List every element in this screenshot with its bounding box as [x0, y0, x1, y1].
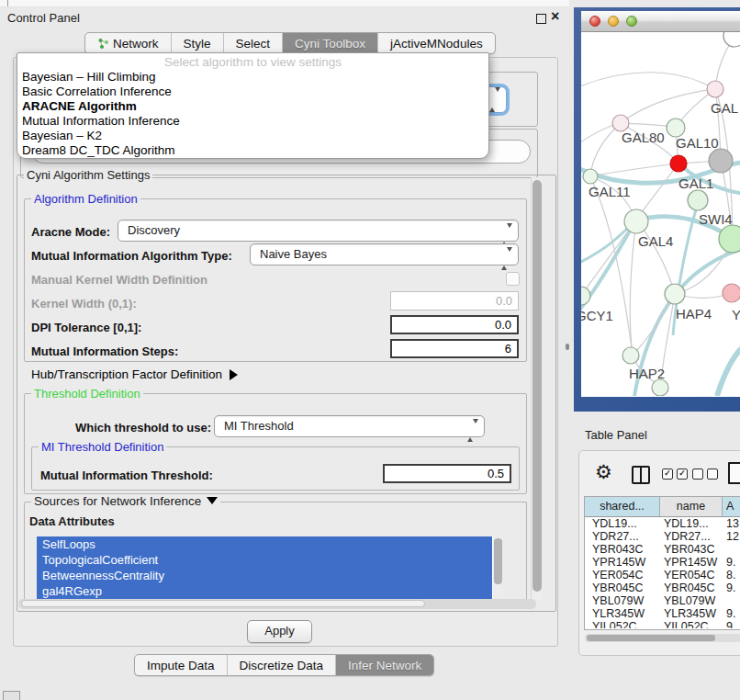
close-traffic-light-icon[interactable]	[589, 16, 600, 27]
data-attributes-label: Data Attributes	[29, 514, 115, 528]
network-node[interactable]	[583, 169, 598, 184]
table-cell: YBR043C	[585, 543, 660, 556]
apply-button[interactable]: Apply	[247, 620, 312, 643]
tab-select[interactable]: Select	[224, 33, 284, 53]
mi-threshold-label: Mutual Information Threshold:	[40, 469, 213, 482]
network-node[interactable]	[707, 81, 723, 97]
tab-infer-network[interactable]: Infer Network	[336, 655, 433, 675]
table-cell: 9.	[723, 556, 740, 569]
node-table: shared...nameA YDL19...YDL19...13YDR27..…	[584, 496, 740, 630]
tab-jactivemnodules[interactable]: jActiveMNodules	[378, 33, 495, 53]
network-node[interactable]	[709, 149, 733, 173]
network-edge[interactable]	[590, 164, 678, 176]
popup-item[interactable]: Bayesian – K2	[17, 129, 488, 143]
export-table-icon[interactable]	[728, 462, 740, 484]
tab-discretize-data[interactable]: Discretize Data	[228, 655, 337, 675]
network-window-titlebar[interactable]	[581, 11, 740, 32]
manual-kernel-checkbox[interactable]	[506, 272, 520, 286]
attribute-list-item[interactable]: BetweennessCentrality	[37, 568, 492, 583]
settings-vertical-scrollbar[interactable]	[531, 177, 543, 600]
table-horizontal-scrollbar[interactable]	[585, 634, 740, 642]
panel-divider-handle[interactable]	[566, 344, 569, 350]
network-canvas[interactable]: GALGAL80GAL10GAL1GAL11SWI4GAL4GCY1HAP4YH…	[581, 32, 740, 396]
hide-columns-icon[interactable]	[692, 469, 718, 480]
popup-item[interactable]: Bayesian – Hill Climbing	[17, 70, 488, 85]
table-cell: YBR045C	[585, 581, 660, 594]
table-cell: 9	[723, 620, 740, 628]
columns-icon[interactable]	[632, 466, 650, 484]
node-label: HAP2	[629, 366, 665, 381]
close-icon[interactable]: ×	[551, 8, 559, 25]
expand-arrow-icon	[230, 369, 238, 380]
zoom-traffic-light-icon[interactable]	[626, 16, 637, 27]
hub-definition-toggle[interactable]: Hub/Transcription Factor Definition	[31, 367, 238, 381]
network-node[interactable]	[688, 190, 708, 210]
gear-icon[interactable]: ⚙	[595, 462, 612, 482]
network-node[interactable]	[624, 209, 648, 233]
network-node[interactable]	[667, 119, 685, 137]
table-row[interactable]: YDR27...YDR27...12	[585, 530, 740, 543]
table-row[interactable]: YBR045CYBR045C9.	[585, 581, 740, 594]
table-cell: YLR345W	[585, 607, 660, 620]
attribute-list-item[interactable]: SelfLoops	[37, 536, 492, 552]
kernel-width-input[interactable]: 0.0	[390, 291, 519, 310]
column-header[interactable]: A	[723, 497, 740, 516]
table-row[interactable]: YER054CYER054C8.	[585, 569, 740, 581]
popup-item[interactable]: Basic Correlation Inference	[17, 85, 488, 99]
tab-impute-data[interactable]: Impute Data	[135, 655, 228, 675]
table-row[interactable]: YDL19...YDL19...13	[585, 517, 740, 530]
table-cell: YIL052C	[585, 620, 660, 628]
table-row[interactable]: YLR345WYLR345W9.	[585, 607, 740, 620]
which-threshold-label: Which threshold to use:	[75, 421, 211, 435]
network-edge[interactable]	[590, 123, 621, 176]
table-row[interactable]: YBL079WYBL079W	[585, 594, 740, 607]
popup-item[interactable]: ARACNE Algorithm	[17, 99, 488, 114]
popup-item[interactable]: Mutual Information Inference	[17, 114, 488, 129]
attribute-list-item[interactable]: TopologicalCoefficient	[37, 552, 492, 568]
table-cell: 12	[723, 530, 740, 543]
table-cell: 13	[723, 517, 740, 530]
table-cell: YER054C	[660, 569, 723, 581]
minimize-traffic-light-icon[interactable]	[608, 16, 619, 27]
mi-steps-input[interactable]: 6	[390, 339, 519, 358]
node-label: GAL10	[676, 135, 719, 151]
table-row[interactable]: YPR145WYPR145W9.	[585, 556, 740, 569]
show-columns-icon[interactable]: ✓✓	[662, 469, 688, 480]
table-cell: YBL079W	[585, 594, 660, 607]
table-row[interactable]: YBR043CYBR043C	[585, 543, 740, 556]
which-threshold-combo[interactable]: MI Threshold	[214, 415, 485, 437]
network-edge[interactable]	[630, 220, 636, 356]
column-header[interactable]: shared...	[585, 497, 660, 516]
table-cell: YPR145W	[585, 556, 660, 569]
attribute-list-item[interactable]: gal4RGexp	[37, 583, 492, 599]
network-node[interactable]	[723, 284, 740, 302]
settings-horizontal-scrollbar[interactable]	[18, 599, 536, 609]
hub-definition-label: Hub/Transcription Factor Definition	[31, 367, 222, 381]
network-node[interactable]	[665, 284, 685, 304]
aracne-mode-combo[interactable]: Discovery	[118, 220, 519, 242]
column-header[interactable]: name	[660, 497, 723, 516]
tab-style[interactable]: Style	[172, 33, 224, 53]
table-row[interactable]: YIL052CYIL052C9	[585, 620, 740, 628]
data-attributes-list: SelfLoopsTopologicalCoefficientBetweenne…	[37, 536, 503, 601]
float-window-icon[interactable]	[536, 14, 546, 24]
mi-threshold-input[interactable]: 0.5	[383, 464, 511, 483]
sources-toggle[interactable]: Sources for Network Inference	[31, 494, 220, 508]
network-node[interactable]	[652, 379, 668, 396]
list-vertical-scrollbar[interactable]	[493, 536, 503, 601]
restore-panel-icon[interactable]	[3, 691, 20, 700]
network-edge[interactable]	[621, 89, 715, 123]
tab-network[interactable]: Network	[85, 33, 172, 53]
network-node[interactable]	[723, 32, 740, 47]
mi-type-combo[interactable]: Naive Bayes	[250, 243, 519, 265]
network-node[interactable]	[581, 287, 590, 305]
network-node[interactable]	[670, 155, 687, 172]
network-edge[interactable]	[717, 344, 740, 396]
popup-item[interactable]: Dream8 DC_TDC Algorithm	[17, 143, 488, 158]
network-node[interactable]	[719, 225, 740, 253]
tab-cyni-toolbox[interactable]: Cyni Toolbox	[283, 33, 378, 53]
network-edge[interactable]	[581, 73, 715, 89]
dpi-tolerance-input[interactable]: 0.0	[390, 315, 519, 334]
network-node[interactable]	[622, 347, 639, 364]
table-cell: YBR043C	[660, 543, 723, 556]
